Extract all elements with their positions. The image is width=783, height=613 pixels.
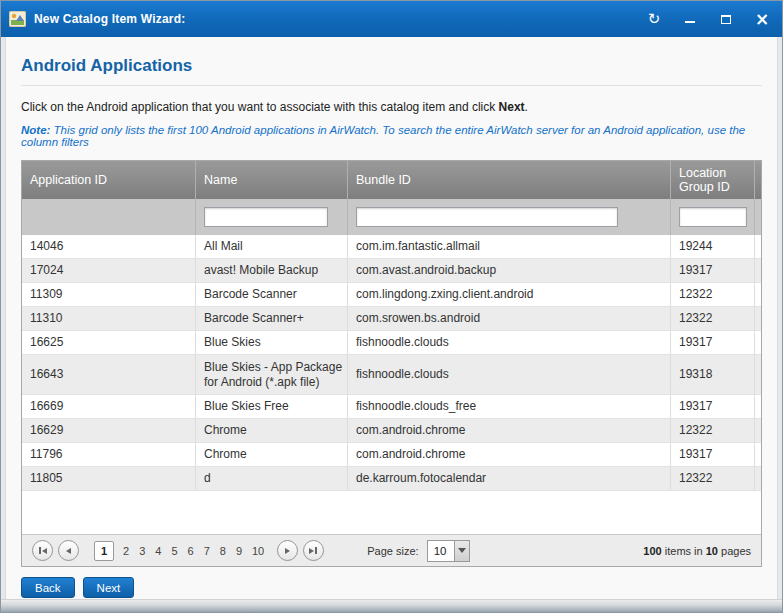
table-row[interactable]: 11309 Barcode Scanner com.lingdong.zxing… (22, 283, 761, 307)
cell-location-group-id: 19317 (670, 259, 754, 282)
name-filter-cell (195, 199, 347, 235)
first-page-icon (39, 547, 41, 554)
page-link[interactable]: 2 (123, 545, 129, 557)
cell-application-id: 16643 (22, 355, 195, 394)
table-row[interactable]: 16625 Blue Skies fishnoodle.clouds 19317 (22, 331, 761, 355)
location-group-id-filter-input[interactable] (679, 207, 747, 227)
cell-application-id: 16629 (22, 419, 195, 442)
table-row[interactable]: 16629 Chrome com.android.chrome 12322 (22, 419, 761, 443)
scrollbar-gutter (754, 395, 761, 418)
cell-bundle-id: com.android.chrome (347, 443, 670, 466)
instruction-suffix: . (525, 100, 528, 114)
cell-application-id: 16669 (22, 395, 195, 418)
bundle-id-filter-input[interactable] (356, 207, 618, 227)
page-link[interactable]: 7 (204, 545, 210, 557)
page-link-current[interactable]: 1 (94, 541, 114, 561)
table-row[interactable]: 11796 Chrome com.android.chrome 19317 (22, 443, 761, 467)
cell-location-group-id: 19244 (670, 235, 754, 258)
scrollbar-gutter (754, 443, 761, 466)
table-row[interactable]: 11805 d de.karroum.fotocalendar 12322 (22, 467, 761, 491)
items-summary: 100 items in 10 pages (643, 545, 751, 557)
page-link[interactable]: 8 (220, 545, 226, 557)
last-page-button[interactable] (303, 540, 324, 561)
scrollbar-gutter (754, 259, 761, 282)
cell-name: d (195, 467, 347, 490)
cell-location-group-id: 12322 (670, 419, 754, 442)
wizard-content: Android Applications Click on the Androi… (5, 37, 778, 599)
scrollbar-gutter (754, 467, 761, 490)
next-button[interactable]: Next (83, 577, 135, 598)
instruction-bold: Next (499, 100, 525, 114)
table-row[interactable]: 11310 Barcode Scanner+ com.srowen.bs.and… (22, 307, 761, 331)
page-link[interactable]: 5 (171, 545, 177, 557)
application-id-filter-cell (22, 199, 195, 235)
page-link[interactable]: 6 (188, 545, 194, 557)
page-title: Android Applications (21, 37, 762, 76)
cell-location-group-id: 12322 (670, 307, 754, 330)
cell-application-id: 14046 (22, 235, 195, 258)
page-size-dropdown[interactable]: 10 (427, 540, 470, 562)
bundle-id-filter-cell (347, 199, 670, 235)
instruction-prefix: Click on the Android application that yo… (21, 100, 499, 114)
minimize-button[interactable] (680, 9, 700, 29)
column-header-application-id[interactable]: Application ID (22, 161, 195, 199)
instruction-text: Click on the Android application that yo… (21, 100, 762, 114)
scrollbar-gutter (754, 307, 761, 330)
name-filter-input[interactable] (204, 207, 328, 227)
refresh-icon[interactable]: ↻ (644, 9, 664, 29)
table-row[interactable]: 16643 Blue Skies - App Package for Andro… (22, 355, 761, 395)
page-link[interactable]: 3 (139, 545, 145, 557)
dropdown-arrow-icon[interactable] (454, 541, 469, 561)
cell-application-id: 11796 (22, 443, 195, 466)
cell-name: Chrome (195, 443, 347, 466)
grid-empty-area (22, 491, 761, 534)
cell-bundle-id: com.android.chrome (347, 419, 670, 442)
filter-row (22, 199, 761, 235)
column-header-bundle-id[interactable]: Bundle ID (347, 161, 670, 199)
table-row[interactable]: 16669 Blue Skies Free fishnoodle.clouds_… (22, 395, 761, 419)
cell-bundle-id: com.im.fantastic.allmail (347, 235, 670, 258)
items-count: 100 (643, 545, 661, 557)
page-link[interactable]: 9 (236, 545, 242, 557)
location-group-id-filter-cell (670, 199, 754, 235)
cell-name: Blue Skies (195, 331, 347, 354)
applications-grid: Application ID Name Bundle ID Location G… (21, 160, 762, 567)
maximize-button[interactable] (716, 9, 736, 29)
cell-location-group-id: 12322 (670, 467, 754, 490)
pager-bar: 1 2 3 4 5 6 7 8 9 10 Page size: 10 (22, 534, 761, 566)
cell-location-group-id: 12322 (670, 283, 754, 306)
maximize-icon (721, 15, 731, 24)
cell-location-group-id: 19317 (670, 443, 754, 466)
table-row[interactable]: 14046 All Mail com.im.fantastic.allmail … (22, 235, 761, 259)
back-button[interactable]: Back (21, 577, 75, 598)
note-text: Note: This grid only lists the first 100… (21, 124, 762, 148)
scrollbar-gutter (754, 199, 761, 235)
column-header-name[interactable]: Name (195, 161, 347, 199)
next-page-button[interactable] (277, 540, 298, 561)
cell-bundle-id: de.karroum.fotocalendar (347, 467, 670, 490)
page-size-label: Page size: (367, 545, 418, 557)
minimize-icon (685, 21, 695, 23)
titlebar: New Catalog Item Wizard: ↻ × (1, 1, 782, 37)
wizard-footer: Back Next (21, 577, 762, 598)
prev-page-button[interactable] (58, 540, 79, 561)
table-row[interactable]: 17024 avast! Mobile Backup com.avast.and… (22, 259, 761, 283)
note-body: This grid only lists the first 100 Andro… (21, 124, 745, 148)
cell-application-id: 11805 (22, 467, 195, 490)
cell-application-id: 16625 (22, 331, 195, 354)
page-link[interactable]: 4 (155, 545, 161, 557)
cell-bundle-id: fishnoodle.clouds (347, 355, 670, 394)
cell-name: Blue Skies - App Package for Android (*.… (195, 355, 347, 394)
first-page-button[interactable] (32, 540, 53, 561)
cell-application-id: 11310 (22, 307, 195, 330)
cell-location-group-id: 19317 (670, 395, 754, 418)
scrollbar-gutter (754, 419, 761, 442)
close-icon[interactable]: × (752, 9, 772, 29)
page-link[interactable]: 10 (252, 545, 264, 557)
cell-name: All Mail (195, 235, 347, 258)
heading-divider (21, 85, 762, 86)
column-header-location-group-id[interactable]: Location Group ID (670, 161, 754, 199)
cell-application-id: 17024 (22, 259, 195, 282)
cell-bundle-id: com.srowen.bs.android (347, 307, 670, 330)
window-title: New Catalog Item Wizard: (34, 12, 185, 26)
